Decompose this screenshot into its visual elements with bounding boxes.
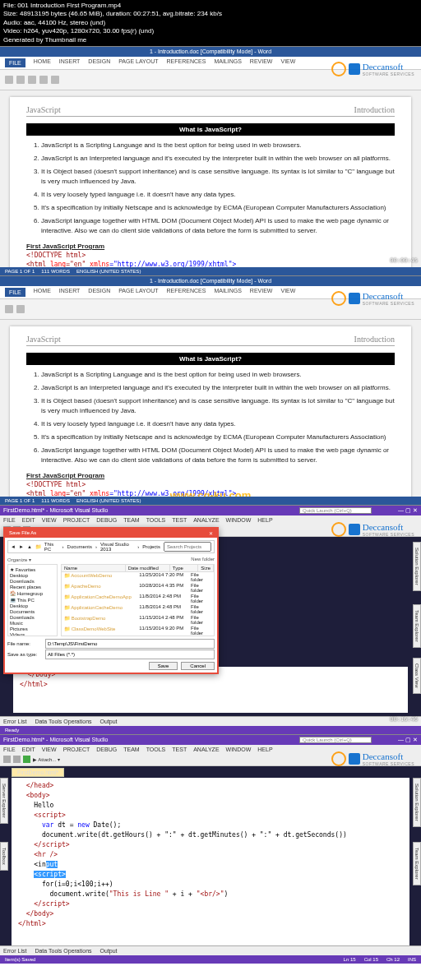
tree-item[interactable]: Music	[10, 621, 55, 626]
tab-errorlist-4[interactable]: Error List	[3, 948, 26, 954]
organize-button[interactable]: Organize ▾	[7, 557, 31, 562]
copy-icon[interactable]	[28, 76, 36, 84]
tree-item[interactable]: Desktop	[10, 573, 55, 579]
bold-icon-2[interactable]	[16, 305, 25, 313]
window-controls-4[interactable]: — ▢ ✕	[398, 737, 418, 743]
m4-help[interactable]: HELP	[257, 747, 272, 752]
menu-test[interactable]: TEST	[172, 517, 187, 523]
tab-mailings[interactable]: MAILINGS	[214, 58, 241, 67]
side-team-explorer[interactable]: Team Explorer	[413, 604, 421, 648]
file-row[interactable]: 📁 ApacheDemo10/28/2014 4:35 PMFile folde…	[62, 583, 214, 594]
vs-bottom-tabs[interactable]: Error List Data Tools Operations Output	[0, 716, 421, 726]
m4-debug[interactable]: DEBUG	[96, 747, 117, 752]
menu-analyze[interactable]: ANALYZE	[193, 517, 219, 523]
menu-tools[interactable]: TOOLS	[146, 517, 166, 523]
paste-icon-2[interactable]	[5, 305, 13, 313]
breadcrumb-path[interactable]: ◄ ► ▲ 📁 This PC› Documents› Visual Studi…	[7, 540, 215, 553]
vs-bottom-tabs-4[interactable]: Error List Data Tools Operations Output	[0, 945, 421, 955]
tab-pagelayout-2[interactable]: PAGE LAYOUT	[118, 288, 158, 297]
save-icon-4[interactable]	[13, 756, 21, 763]
file-list-header[interactable]: Name Date modified Type Size	[62, 565, 214, 572]
nav-up-icon[interactable]: ▲	[27, 544, 32, 549]
m4-view[interactable]: VIEW	[42, 747, 57, 752]
tree-item[interactable]: ★ Favorites	[10, 566, 55, 573]
menu-file[interactable]: FILE	[3, 517, 16, 523]
tab-output[interactable]: Output	[100, 719, 118, 724]
tab-review-2[interactable]: REVIEW	[250, 288, 273, 297]
dialog-close-icon[interactable]: ✕	[209, 530, 213, 536]
m4-edit[interactable]: EDIT	[22, 747, 35, 752]
tab-review[interactable]: REVIEW	[250, 58, 273, 67]
tab-file[interactable]: FILE	[5, 58, 25, 67]
menu-debug[interactable]: DEBUG	[96, 517, 117, 523]
dialog-search-input[interactable]	[164, 542, 211, 552]
tab-view-2[interactable]: VIEW	[280, 288, 295, 297]
col-size[interactable]: Size	[198, 565, 214, 571]
tab-design-2[interactable]: DESIGN	[88, 288, 110, 297]
crumb-0[interactable]: This PC	[44, 542, 59, 552]
menu-view[interactable]: VIEW	[42, 517, 57, 523]
tab-references-2[interactable]: REFERENCES	[167, 288, 206, 297]
paste-icon[interactable]	[5, 76, 13, 84]
tree-item[interactable]: Pictures	[10, 626, 55, 632]
tab-file-2[interactable]: FILE	[5, 288, 25, 297]
menu-edit[interactable]: EDIT	[22, 517, 35, 523]
tree-item[interactable]: Downloads	[10, 615, 55, 621]
m4-analyze[interactable]: ANALYZE	[193, 747, 219, 752]
folder-tree[interactable]: ★ Favorites Desktop Downloads Recent pla…	[7, 564, 58, 636]
side-toolbox[interactable]: Toolbox	[0, 842, 8, 871]
nav-back-icon[interactable]: ◄	[11, 544, 16, 549]
tab-home[interactable]: HOME	[34, 58, 51, 67]
quick-launch-4[interactable]: Quick Launch (Ctrl+Q)	[299, 737, 372, 743]
menu-project[interactable]: PROJECT	[63, 517, 90, 523]
editor-tab[interactable]: FirstDemo.html*	[12, 768, 64, 777]
file-row[interactable]: 📁 ApplicationCacheDemo11/8/2014 2:48 PMF…	[62, 604, 214, 615]
side-team-explorer-4[interactable]: Team Explorer	[413, 842, 421, 885]
menu-window[interactable]: WINDOW	[226, 517, 252, 523]
tree-item[interactable]: Desktop	[10, 603, 55, 609]
side-class-view[interactable]: Class View	[413, 658, 421, 694]
cut-icon[interactable]	[16, 76, 25, 84]
tree-item[interactable]: 💻 This PC	[10, 597, 55, 603]
m4-window[interactable]: WINDOW	[226, 747, 252, 752]
tree-item[interactable]: Documents	[10, 609, 55, 615]
m4-test[interactable]: TEST	[172, 747, 187, 752]
filename-input[interactable]	[45, 639, 215, 649]
tab-datatools[interactable]: Data Tools Operations	[35, 719, 91, 724]
col-type[interactable]: Type	[170, 565, 199, 571]
file-row[interactable]: 📁 ClassDemoWebSite11/15/2014 9:20 PMFile…	[62, 626, 214, 636]
tab-references[interactable]: REFERENCES	[167, 58, 206, 67]
start-icon[interactable]	[23, 756, 30, 763]
file-row[interactable]: 📁 ApplicationCacheDemoApp11/8/2014 2:48 …	[62, 594, 214, 604]
side-solution-explorer[interactable]: Solution Explorer	[413, 542, 421, 591]
newfolder-button[interactable]: New folder	[191, 557, 215, 562]
tab-pagelayout[interactable]: PAGE LAYOUT	[118, 58, 158, 67]
nav-fwd-icon[interactable]: ►	[19, 544, 24, 549]
crumb-2[interactable]: Visual Studio 2013	[100, 542, 134, 552]
tree-item[interactable]: Videos	[10, 632, 55, 636]
file-list[interactable]: Name Date modified Type Size 📁 AccountWe…	[61, 564, 215, 636]
col-date[interactable]: Date modified	[126, 565, 170, 571]
save-button[interactable]: Save	[149, 662, 178, 670]
m4-project[interactable]: PROJECT	[63, 747, 90, 752]
window-controls[interactable]: — ▢ ✕	[398, 507, 418, 514]
m4-tools[interactable]: TOOLS	[146, 747, 166, 752]
savetype-select[interactable]	[45, 649, 215, 659]
menu-team[interactable]: TEAM	[123, 517, 139, 523]
tree-item[interactable]: Recent places	[10, 585, 55, 590]
menu-help[interactable]: HELP	[257, 517, 272, 523]
tab-home-2[interactable]: HOME	[34, 288, 51, 297]
m4-team[interactable]: TEAM	[123, 747, 139, 752]
crumb-3[interactable]: Projects	[142, 544, 160, 549]
tree-item[interactable]: Downloads	[10, 579, 55, 585]
tree-item[interactable]: 🏠 Homegroup	[10, 590, 55, 597]
tab-view[interactable]: VIEW	[280, 58, 295, 67]
tab-errorlist[interactable]: Error List	[3, 719, 26, 724]
quick-launch[interactable]: Quick Launch (Ctrl+Q)	[299, 507, 372, 514]
code-editor-4[interactable]: </head> <body> Hello <script> var dt = n…	[12, 778, 409, 945]
side-server-explorer[interactable]: Server Explorer	[0, 778, 8, 824]
back-icon-4[interactable]	[3, 756, 11, 763]
tab-datatools-4[interactable]: Data Tools Operations	[35, 948, 91, 954]
crumb-1[interactable]: Documents	[67, 544, 92, 549]
cancel-button[interactable]: Cancel	[181, 662, 215, 670]
